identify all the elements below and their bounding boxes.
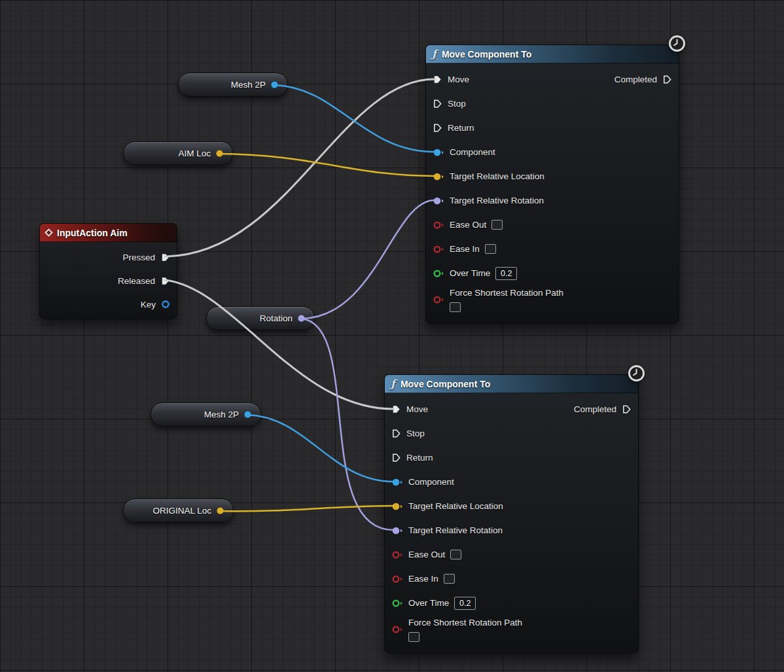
force-shortest-checkbox[interactable]	[408, 632, 419, 642]
wire-rotation-to-rotation-bottom	[300, 319, 393, 530]
vector-output-pin[interactable]	[215, 149, 224, 158]
pin-label: Over Time	[450, 268, 490, 278]
rotator-output-pin[interactable]	[297, 314, 306, 323]
variable-node-aim-loc[interactable]: AIM Loc	[123, 141, 233, 166]
exec-in-return-pin[interactable]: Return	[385, 446, 638, 470]
pin-label: Pressed	[122, 253, 155, 262]
variable-label: Rotation	[260, 313, 293, 323]
ease-out-pin[interactable]: Ease Out	[426, 213, 679, 237]
exec-out-completed-pin[interactable]: Completed	[574, 404, 632, 414]
target-relative-location-pin[interactable]: Target Relative Location	[385, 494, 638, 518]
vector-pin-icon	[433, 171, 444, 182]
object-output-pin[interactable]	[243, 410, 252, 419]
pin-label: Ease In	[450, 244, 480, 254]
exec-in-move-pin[interactable]: Move	[433, 75, 469, 84]
pin-label: Released	[118, 276, 155, 286]
key-output-pin[interactable]	[161, 300, 170, 309]
ease-in-checkbox[interactable]	[485, 244, 496, 254]
exec-pin-icon	[391, 404, 401, 414]
pin-label: Component	[450, 147, 495, 157]
bool-pin-icon	[433, 220, 444, 230]
blueprint-canvas[interactable]: Mesh 2P AIM Loc Rotation Mesh 2P ORIGINA…	[0, 0, 784, 672]
variable-label: AIM Loc	[178, 149, 211, 158]
wire-aimloc-to-location-top	[219, 154, 435, 176]
over-time-input[interactable]	[495, 267, 517, 280]
node-title: Move Component To	[442, 49, 531, 60]
target-relative-rotation-pin[interactable]: Target Relative Rotation	[426, 188, 679, 213]
object-output-pin[interactable]	[270, 80, 279, 89]
exec-in-move-pin[interactable]: Move	[391, 404, 428, 414]
exec-out-pressed-pin[interactable]	[160, 253, 170, 262]
node-title: Move Component To	[401, 379, 490, 389]
ease-in-pin[interactable]: Ease In	[385, 567, 638, 591]
ease-in-pin[interactable]: Ease In	[426, 237, 679, 261]
pin-label: Target Relative Rotation	[408, 525, 503, 535]
pin-label: Ease Out	[408, 550, 445, 559]
float-pin-icon	[433, 268, 444, 279]
ease-out-checkbox[interactable]	[491, 220, 503, 230]
target-relative-location-pin[interactable]: Target Relative Location	[426, 164, 679, 188]
variable-node-rotation[interactable]: Rotation	[206, 306, 315, 330]
exec-in-return-pin[interactable]: Return	[426, 116, 679, 140]
function-icon: ƒ	[432, 48, 437, 60]
over-time-pin[interactable]: Over Time	[426, 261, 679, 285]
node-title: InputAction Aim	[57, 228, 128, 238]
exec-pin-icon	[433, 75, 442, 84]
target-relative-rotation-pin[interactable]: Target Relative Rotation	[385, 518, 638, 542]
exec-in-stop-pin[interactable]: Stop	[426, 92, 679, 116]
wire-originalloc-to-location-bottom	[219, 506, 393, 511]
variable-label: ORIGINAL Loc	[152, 506, 211, 516]
exec-in-stop-pin[interactable]: Stop	[385, 421, 638, 446]
exec-out-released-pin[interactable]	[160, 276, 170, 286]
pin-label: Move	[406, 404, 428, 414]
over-time-input[interactable]	[454, 597, 476, 610]
input-action-aim-node[interactable]: InputAction Aim Pressed Released Key	[39, 223, 177, 319]
exec-pin-icon	[433, 123, 442, 133]
over-time-pin[interactable]: Over Time	[385, 591, 638, 615]
float-pin-icon	[391, 598, 403, 609]
exec-out-completed-pin[interactable]: Completed	[615, 75, 672, 84]
force-shortest-rotation-path-pin[interactable]: Force Shortest Rotation Path	[385, 615, 638, 642]
variable-node-mesh2p-bottom[interactable]: Mesh 2P	[151, 402, 261, 427]
wire-released-to-move-bottom	[165, 280, 393, 409]
ease-out-pin[interactable]: Ease Out	[385, 542, 638, 567]
component-input-pin[interactable]: Component	[426, 140, 679, 164]
exec-pin-icon	[391, 429, 401, 438]
bool-pin-icon	[391, 574, 403, 584]
variable-node-mesh2p-top[interactable]: Mesh 2P	[178, 73, 288, 97]
exec-pin-icon	[391, 453, 401, 463]
force-shortest-rotation-path-pin[interactable]: Force Shortest Rotation Path	[426, 285, 679, 312]
exec-pin-icon	[622, 404, 632, 414]
function-icon: ƒ	[391, 378, 395, 390]
pin-label: Ease Out	[450, 220, 486, 230]
event-icon	[45, 228, 53, 237]
variable-label: Mesh 2P	[231, 80, 266, 90]
function-node-header[interactable]: ƒ Move Component To	[385, 375, 638, 393]
bool-pin-icon	[433, 244, 444, 255]
force-shortest-checkbox[interactable]	[450, 302, 461, 312]
wire-pressed-to-move-top	[165, 79, 435, 256]
pin-label: Force Shortest Rotation Path	[450, 287, 563, 299]
wire-rotation-to-rotation-top	[300, 200, 435, 319]
pin-label: Completed	[615, 75, 657, 84]
exec-pin-icon	[662, 75, 672, 84]
move-component-to-node-top[interactable]: ƒ Move Component To Move Completed	[425, 44, 679, 324]
function-node-header[interactable]: ƒ Move Component To	[426, 45, 679, 63]
bool-pin-icon	[433, 294, 444, 305]
pin-label: Target Relative Location	[450, 171, 544, 181]
vector-output-pin[interactable]	[216, 506, 224, 515]
pin-label: Stop	[448, 99, 466, 109]
bool-pin-icon	[391, 550, 403, 560]
pin-label: Target Relative Location	[408, 501, 503, 511]
component-input-pin[interactable]: Component	[385, 470, 638, 494]
ease-out-checkbox[interactable]	[450, 550, 461, 559]
pin-label: Return	[406, 453, 433, 463]
ease-in-checkbox[interactable]	[444, 574, 455, 584]
pin-label: Force Shortest Rotation Path	[408, 617, 522, 629]
variable-node-original-loc[interactable]: ORIGINAL Loc	[123, 499, 234, 523]
move-component-to-node-bottom[interactable]: ƒ Move Component To Move Completed	[384, 374, 639, 654]
event-node-header[interactable]: InputAction Aim	[40, 224, 177, 242]
object-pin-icon	[433, 147, 444, 158]
pin-label: Move	[448, 75, 469, 84]
pin-label: Stop	[406, 429, 425, 438]
